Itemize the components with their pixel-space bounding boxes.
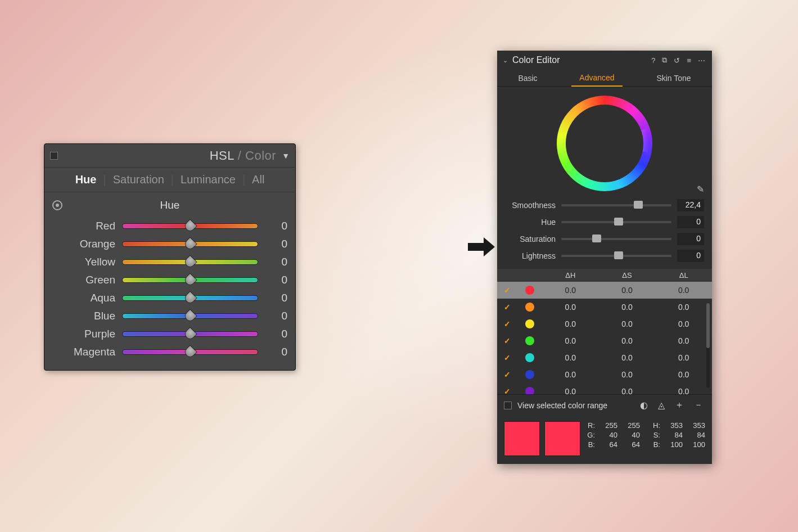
row-checkbox[interactable]: ✓ — [497, 286, 517, 295]
row-checkbox[interactable]: ✓ — [497, 353, 517, 362]
tab-advanced[interactable]: Advanced — [571, 73, 622, 87]
hue-row-aqua: Aqua0 — [52, 289, 287, 307]
tab-luminance[interactable]: Luminance — [181, 173, 236, 186]
hue-slider-green[interactable] — [122, 277, 258, 283]
slider-track-smoothness[interactable] — [561, 204, 671, 206]
table-scrollbar[interactable] — [706, 303, 710, 387]
color-wheel-area: ✎ — [497, 87, 712, 193]
copy-icon[interactable]: ⧉ — [661, 56, 668, 65]
view-range-checkbox[interactable] — [504, 402, 512, 409]
slider-knob[interactable] — [183, 255, 197, 269]
ce-slider-row-saturation: Saturation0 — [505, 231, 704, 247]
tab-basic[interactable]: Basic — [510, 74, 545, 86]
slider-knob[interactable] — [183, 291, 197, 305]
ce-slider-row-lightness: Lightness0 — [505, 247, 704, 264]
slider-knob[interactable] — [592, 235, 601, 242]
add-color-button[interactable]: ＋ — [673, 399, 686, 411]
color-row[interactable]: ✓0.00.00.0 — [497, 282, 712, 299]
slider-knob[interactable] — [183, 327, 197, 341]
row-checkbox[interactable]: ✓ — [497, 319, 517, 328]
cell-ds: 0.0 — [599, 353, 656, 362]
more-icon[interactable]: ⋯ — [697, 56, 706, 65]
before-patch — [504, 421, 540, 456]
slider-track-saturation[interactable] — [561, 238, 671, 240]
cell-ds: 0.0 — [599, 286, 656, 295]
panel-toggle-switch[interactable] — [50, 152, 58, 160]
presets-menu-icon[interactable]: ≡ — [686, 56, 692, 65]
tab-all[interactable]: All — [252, 173, 264, 186]
collapse-chevron-icon[interactable]: ⌄ — [503, 57, 508, 64]
slider-knob[interactable] — [183, 309, 197, 323]
tab-saturation[interactable]: Saturation — [113, 173, 164, 186]
slider-knob[interactable] — [183, 237, 197, 251]
slider-value[interactable]: 0 — [265, 274, 287, 286]
hue-slider-blue[interactable] — [122, 313, 258, 319]
color-wheel[interactable] — [557, 96, 652, 191]
color-row[interactable]: ✓0.00.00.0 — [497, 332, 712, 349]
slider-knob[interactable] — [634, 201, 643, 209]
slider-label: Hue — [505, 218, 556, 227]
title-sep: / — [234, 148, 245, 163]
mask-wedge-icon[interactable]: ◬ — [656, 400, 667, 411]
mask-circle-icon[interactable]: ◐ — [638, 400, 650, 411]
slider-value[interactable]: 0 — [677, 216, 704, 228]
hue-row-blue: Blue0 — [52, 307, 287, 325]
arrow-icon — [467, 236, 496, 260]
slider-value[interactable]: 0 — [677, 233, 704, 245]
slider-knob[interactable] — [614, 218, 623, 226]
panel-footer: View selected color range ◐ ◬ ＋ － — [497, 394, 712, 416]
col-ds: ΔS — [599, 271, 656, 279]
cell-ds: 0.0 — [599, 370, 656, 379]
color-row[interactable]: ✓0.00.00.0 — [497, 383, 712, 394]
selection-dot[interactable] — [635, 138, 639, 142]
color-row[interactable]: ✓0.00.00.0 — [497, 299, 712, 315]
row-checkbox[interactable]: ✓ — [497, 303, 517, 312]
hue-slider-yellow[interactable] — [122, 259, 258, 265]
col-dl: ΔL — [655, 271, 712, 279]
cell-dl: 0.0 — [655, 353, 712, 362]
cell-dl: 0.0 — [655, 370, 712, 379]
row-checkbox[interactable]: ✓ — [497, 387, 517, 394]
cell-dl: 0.0 — [655, 303, 712, 312]
reset-icon[interactable]: ↺ — [673, 56, 681, 65]
slider-value[interactable]: 0 — [265, 328, 287, 340]
slider-value[interactable]: 0 — [265, 346, 287, 358]
tab-skin-tone[interactable]: Skin Tone — [648, 74, 698, 86]
color-row[interactable]: ✓0.00.00.0 — [497, 315, 712, 332]
selection-wedge[interactable] — [603, 128, 650, 156]
hue-slider-red[interactable] — [122, 223, 258, 229]
hue-slider-aqua[interactable] — [122, 295, 258, 301]
slider-label: Saturation — [505, 235, 556, 244]
row-checkbox[interactable]: ✓ — [497, 370, 517, 379]
slider-knob[interactable] — [183, 273, 197, 287]
slider-value[interactable]: 0 — [265, 310, 287, 322]
tab-hue[interactable]: Hue — [75, 173, 97, 186]
slider-knob[interactable] — [183, 345, 197, 359]
slider-track-hue[interactable] — [561, 221, 671, 223]
slider-value[interactable]: 0 — [265, 256, 287, 268]
cell-dh: 0.0 — [542, 303, 599, 312]
targeted-adjustment-icon[interactable] — [52, 200, 62, 210]
slider-value[interactable]: 0 — [677, 250, 704, 262]
hue-slider-purple[interactable] — [122, 331, 258, 337]
hue-slider-magenta[interactable] — [122, 349, 258, 355]
slider-label: Yellow — [52, 256, 115, 268]
help-icon[interactable]: ? — [650, 56, 656, 65]
eyedropper-icon[interactable]: ✎ — [697, 184, 704, 195]
color-row[interactable]: ✓0.00.00.0 — [497, 349, 712, 366]
slider-knob[interactable] — [183, 219, 197, 233]
slider-label: Aqua — [52, 292, 115, 304]
slider-value[interactable]: 0 — [265, 238, 287, 250]
cell-dl: 0.0 — [655, 336, 712, 345]
slider-value[interactable]: 22,4 — [677, 199, 704, 211]
slider-knob[interactable] — [614, 251, 623, 259]
hue-row-magenta: Magenta0 — [52, 343, 287, 361]
slider-value[interactable]: 0 — [265, 292, 287, 304]
row-checkbox[interactable]: ✓ — [497, 336, 517, 345]
slider-track-lightness[interactable] — [561, 255, 671, 257]
disclosure-triangle-icon[interactable]: ▼ — [282, 151, 290, 160]
hue-slider-orange[interactable] — [122, 241, 258, 247]
remove-color-button[interactable]: － — [692, 399, 705, 411]
color-row[interactable]: ✓0.00.00.0 — [497, 366, 712, 383]
slider-value[interactable]: 0 — [265, 220, 287, 232]
